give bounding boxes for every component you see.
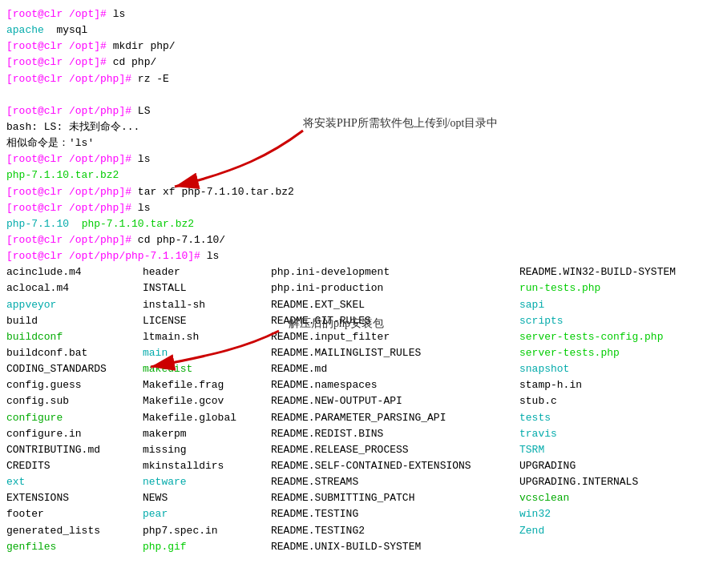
file-pear: pear	[143, 506, 271, 522]
file-server-tests-config: server-tests-config.php	[519, 329, 696, 345]
file-travis: travis	[519, 426, 696, 442]
file-aclocal: aclocal.m4	[6, 280, 143, 296]
arrow-svg-1	[111, 123, 351, 219]
file-appveyor: appveyor	[6, 297, 143, 313]
output-php-tar: php-7.1.10.tar.bz2	[6, 169, 119, 181]
file-phpini-dev: php.ini-development	[271, 264, 519, 280]
file-readme-submitting: README.SUBMITTING_PATCH	[271, 490, 519, 506]
file-readme-testing: README.TESTING	[271, 506, 519, 522]
output-mysql: mysql	[44, 24, 88, 36]
output-php-dir: php-7.1.10	[6, 218, 69, 230]
annotation-upload-text: 将安装PHP所需软件包上传到/opt目录中	[303, 116, 498, 131]
file-news: NEWS	[143, 490, 271, 506]
file-configure: configure	[6, 410, 143, 426]
cmd-16: ls	[207, 250, 220, 262]
file-zend: Zend	[519, 523, 696, 539]
cmd-7: LS	[138, 105, 151, 117]
file-install: INSTALL	[143, 280, 271, 296]
file-vcsclean: vcsclean	[519, 490, 696, 506]
line-2: apache mysql	[6, 22, 713, 38]
output-space	[69, 218, 82, 230]
file-header: header	[143, 264, 271, 280]
file-php-gif: php.gif	[143, 539, 271, 555]
prompt-1: [root@clr /opt]#	[6, 8, 113, 20]
prompt-16: [root@clr /opt/php/php-7.1.10]#	[6, 250, 207, 262]
arrow-svg-2	[103, 323, 327, 387]
file-missing: missing	[143, 442, 271, 458]
file-netware: netware	[143, 474, 271, 490]
file-stub-c: stub.c	[519, 393, 696, 409]
prompt-4: [root@clr /opt]#	[6, 56, 113, 68]
prompt-5: [root@clr /opt/php]#	[6, 73, 138, 85]
file-readme-ext: README.EXT_SKEL	[271, 297, 519, 313]
file-makefile-global: Makefile.global	[143, 410, 271, 426]
file-readme-win32: README.WIN32-BUILD-SYSTEM	[519, 264, 696, 280]
line-15: [root@clr /opt/php]# cd php-7.1.10/	[6, 232, 713, 248]
cmd-15: cd php-7.1.10/	[138, 234, 225, 246]
file-snapshot: snapshot	[519, 361, 696, 377]
file-empty	[519, 539, 696, 555]
file-generated-lists: generated_lists	[6, 523, 143, 539]
line-14: php-7.1.10 php-7.1.10.tar.bz2	[6, 216, 713, 232]
cmd-4: cd php/	[113, 56, 157, 68]
file-readme-param: README.PARAMETER_PARSING_API	[271, 410, 519, 426]
file-readme-self-contained: README.SELF-CONTAINED-EXTENSIONS	[271, 458, 519, 474]
file-footer: footer	[6, 506, 143, 522]
line-3: [root@clr /opt]# mkdir php/	[6, 38, 713, 54]
file-phpini-prod: php.ini-production	[271, 280, 519, 296]
file-scripts: scripts	[519, 313, 696, 329]
terminal-window: [root@clr /opt]# ls apache mysql [root@c…	[6, 6, 713, 555]
line-16: [root@clr /opt/php/php-7.1.10]# ls	[6, 248, 713, 264]
file-tests: tests	[519, 410, 696, 426]
file-config-sub: config.sub	[6, 393, 143, 409]
file-readme-testing2: README.TESTING2	[271, 523, 519, 539]
file-readme-release: README.RELEASE_PROCESS	[271, 442, 519, 458]
file-readme-new-output: README.NEW-OUTPUT-API	[271, 393, 519, 409]
prompt-7: [root@clr /opt/php]#	[6, 105, 138, 117]
line-blank	[6, 87, 713, 103]
file-readme-streams: README.STREAMS	[271, 474, 519, 490]
line-5: [root@clr /opt/php]# rz -E	[6, 71, 713, 87]
file-acinclude: acinclude.m4	[6, 264, 143, 280]
line-4: [root@clr /opt]# cd php/	[6, 54, 713, 70]
file-genfiles: genfiles	[6, 539, 143, 555]
file-sapi: sapi	[519, 297, 696, 313]
output-similar-cmd: 相似命令是：'ls'	[6, 137, 94, 149]
file-credits: CREDITS	[6, 458, 143, 474]
cmd-1: ls	[113, 8, 126, 20]
prompt-3: [root@clr /opt]#	[6, 40, 113, 52]
file-makerpm: makerpm	[143, 426, 271, 442]
file-contributing: CONTRIBUTING.md	[6, 442, 143, 458]
file-ext: ext	[6, 474, 143, 490]
file-makefile-gcov: Makefile.gcov	[143, 393, 271, 409]
file-readme-redist: README.REDIST.BINS	[271, 426, 519, 442]
file-php7-spec: php7.spec.in	[143, 523, 271, 539]
file-stamp-h: stamp-h.in	[519, 377, 696, 393]
output-php-tar2: php-7.1.10.tar.bz2	[82, 218, 194, 230]
cmd-5: rz -E	[138, 73, 169, 85]
file-install-sh: install-sh	[143, 297, 271, 313]
prompt-15: [root@clr /opt/php]#	[6, 234, 138, 246]
file-listing: acinclude.m4 header php.ini-development …	[6, 264, 713, 555]
file-server-tests: server-tests.php	[519, 345, 696, 361]
output-apache: apache	[6, 24, 44, 36]
cmd-3: mkdir php/	[113, 40, 176, 52]
file-extensions: EXTENSIONS	[6, 490, 143, 506]
file-configure-in: configure.in	[6, 426, 143, 442]
file-run-tests: run-tests.php	[519, 280, 696, 296]
file-mkinstalldirs: mkinstalldirs	[143, 458, 271, 474]
file-win32: win32	[519, 506, 696, 522]
line-1: [root@clr /opt]# ls	[6, 6, 713, 22]
annotation-extract-text: 解压后的php安装包	[289, 316, 384, 331]
file-tsrm: TSRM	[519, 442, 696, 458]
file-readme-unix: README.UNIX-BUILD-SYSTEM	[271, 539, 519, 555]
file-upgrading: UPGRADING	[519, 458, 696, 474]
file-upgrading-internals: UPGRADING.INTERNALS	[519, 474, 696, 490]
